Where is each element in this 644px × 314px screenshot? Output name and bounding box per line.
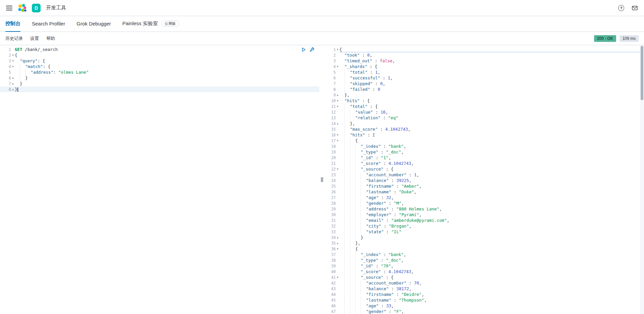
tab-grok-debugger[interactable]: Grok Debugger [76, 16, 111, 32]
fold-toggle-icon[interactable]: ▾ [336, 105, 339, 108]
text-cursor [17, 87, 18, 92]
fold-toggle-icon[interactable]: ▴ [11, 76, 15, 79]
code-line: "_type" : "_doc", [339, 149, 644, 155]
help-button[interactable]: 帮助 [46, 36, 55, 42]
code-line: "total" : 1, [339, 69, 644, 75]
fold-toggle-icon[interactable]: ▾ [336, 276, 339, 279]
code-line[interactable]: } [15, 86, 319, 92]
line-number: 42 [331, 281, 336, 286]
gutter-line: 11▾ [325, 104, 339, 109]
code-line[interactable]: "address": "olmes Lane" [15, 69, 319, 75]
code-line[interactable]: } [15, 75, 319, 81]
fold-toggle-icon[interactable]: ▾ [336, 99, 339, 102]
code-line: "email" : "amberduke@pyrami.com", [339, 217, 644, 223]
mail-icon [632, 5, 638, 11]
fold-toggle-icon[interactable]: ▾ [336, 247, 339, 250]
fold-toggle-icon[interactable]: ▴ [336, 236, 339, 239]
fold-toggle-icon[interactable]: ▴ [336, 242, 339, 245]
send-request-button[interactable] [301, 47, 306, 52]
line-number: 30 [331, 212, 336, 217]
gutter-line: 44 [325, 292, 339, 297]
tab-painless-lab[interactable]: Painless 实验室 公测版 [122, 16, 179, 32]
code-line[interactable]: "match": { [15, 64, 319, 69]
gutter-line: 16▾ [325, 132, 339, 138]
code-line[interactable]: GET /bank/_search [15, 47, 319, 52]
line-number: 34 [331, 235, 336, 240]
fold-toggle-icon[interactable]: ▾ [11, 59, 15, 62]
gutter-line: 25 [325, 183, 339, 189]
code-line: "account_number" : 1, [339, 172, 644, 178]
help-menu-button[interactable]: ? [618, 5, 624, 11]
menu-toggle-button[interactable] [6, 6, 12, 10]
gutter-line: 22▾ [325, 166, 339, 172]
code-line[interactable]: "query": { [15, 58, 319, 64]
request-options-button[interactable] [309, 47, 315, 52]
resize-handle[interactable] [320, 176, 324, 183]
fold-toggle-icon[interactable]: ▾ [336, 48, 339, 51]
line-number: 2 [333, 53, 336, 58]
elastic-logo-icon [18, 4, 26, 12]
line-number: 3 [333, 59, 336, 63]
play-icon [301, 47, 306, 52]
gutter-line: 4▾ [0, 64, 15, 69]
code-line: "_index" : "bank", [339, 252, 644, 257]
line-number: 11 [331, 104, 336, 109]
fold-toggle-icon[interactable]: ▴ [11, 82, 15, 85]
line-number: 46 [331, 304, 336, 308]
fold-toggle-icon[interactable]: ▴ [336, 93, 339, 97]
fold-toggle-icon[interactable]: ▾ [336, 133, 339, 136]
line-number: 44 [331, 292, 336, 297]
response-time-badge: 109 ms [620, 35, 639, 42]
newsfeed-button[interactable] [632, 5, 638, 11]
code-line: "employer" : "Pyrami", [339, 212, 644, 217]
elastic-logo[interactable] [18, 4, 26, 12]
tab-label: Painless 实验室 [122, 20, 158, 27]
line-number: 15 [331, 127, 336, 132]
gutter-line: 1 [0, 47, 15, 52]
gutter-line: 23 [325, 172, 339, 178]
line-number: 17 [331, 138, 336, 143]
request-editor-pane: 12▾3▾4▾56▴7▴8▴ GET /bank/_search{ "query… [0, 45, 319, 314]
gutter-line: 31 [325, 217, 339, 223]
tab-console[interactable]: 控制台 [5, 16, 20, 32]
code-line: "_id" : "1", [339, 155, 644, 161]
fold-toggle-icon[interactable]: ▾ [336, 168, 339, 171]
scrollbar-thumb[interactable] [641, 46, 643, 100]
fold-toggle-icon[interactable]: ▾ [336, 139, 339, 142]
fold-toggle-icon[interactable]: ▾ [11, 54, 15, 57]
line-number: 38 [331, 258, 336, 263]
request-editor[interactable]: GET /bank/_search{ "query": { "match": {… [15, 45, 319, 314]
tab-search-profiler[interactable]: Search Profiler [32, 16, 65, 32]
code-line: "account_number" : 70, [339, 280, 644, 286]
fold-toggle-icon[interactable]: ▾ [336, 65, 339, 68]
line-number: 32 [331, 224, 336, 229]
code-line[interactable]: } [15, 81, 319, 86]
code-line[interactable]: { [15, 52, 319, 58]
fold-toggle-icon[interactable]: ▾ [11, 65, 15, 68]
line-number: 26 [331, 190, 336, 194]
code-line: "failed" : 0 [339, 86, 644, 92]
response-viewer-pane: 1▾234▾56789▴10▾11▾121314▴1516▾17▾1819202… [325, 45, 644, 314]
response-scrollbar[interactable] [640, 45, 644, 314]
gutter-line: 12 [325, 109, 339, 115]
settings-button[interactable]: 设置 [30, 36, 39, 42]
line-number: 14 [331, 121, 336, 126]
line-number: 8 [9, 87, 11, 92]
deployment-badge[interactable]: D [32, 4, 41, 12]
line-number: 40 [331, 269, 336, 274]
beta-badge: 公测版 [161, 20, 179, 27]
global-header: D 开发工具 ? [0, 0, 644, 16]
gutter-line: 33 [325, 229, 339, 235]
line-number: 5 [333, 70, 336, 75]
line-number: 9 [333, 93, 336, 98]
question-circle-icon: ? [618, 5, 624, 11]
gutter-line: 3 [325, 58, 339, 64]
fold-toggle-icon[interactable]: ▴ [11, 88, 15, 91]
line-number: 4 [9, 64, 11, 69]
fold-toggle-icon[interactable]: ▴ [336, 122, 339, 125]
code-line: "hits" : { [339, 98, 644, 104]
code-line: "value" : 16, [339, 109, 644, 115]
code-line: "gender" : "M", [339, 200, 644, 206]
history-button[interactable]: 历史记录 [5, 36, 23, 42]
line-number: 19 [331, 150, 336, 154]
